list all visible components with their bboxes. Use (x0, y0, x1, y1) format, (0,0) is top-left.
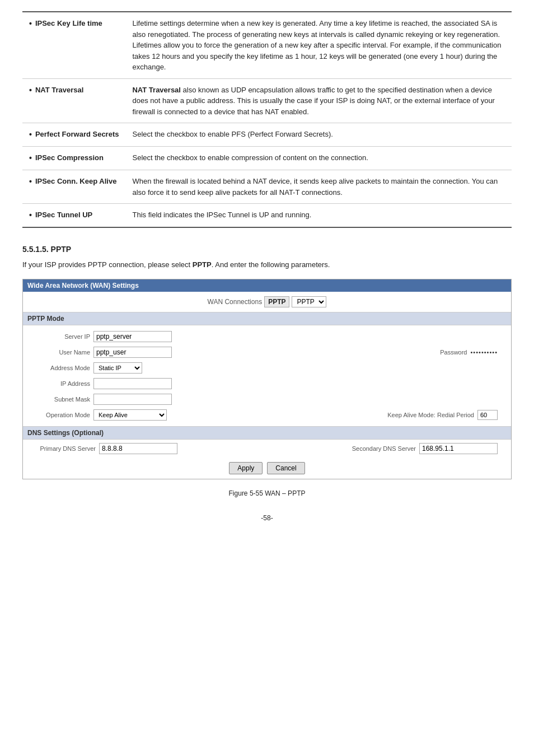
figure-caption: Figure 5-55 WAN – PPTP (22, 489, 512, 497)
username-row: User Name Password •••••••••• (23, 344, 511, 360)
dns-row: Primary DNS Server Secondary DNS Server (23, 440, 511, 458)
table-row: IPSec Conn. Keep Alive When the firewall… (22, 170, 512, 204)
wan-connections-row: WAN Connections PPTP PPTP (23, 292, 511, 312)
section-heading: 5.5.1.5. PPTP (22, 245, 512, 254)
row-content: Select the checkbox to enable compressio… (125, 147, 512, 170)
operation-mode-label: Operation Mode (29, 412, 90, 418)
secondary-dns-group: Secondary DNS Server (349, 443, 505, 454)
table-row: Perfect Forward Secrets Select the check… (22, 123, 512, 147)
server-ip-row: Server IP (23, 329, 511, 344)
row-content: When the firewall is located behind a NA… (125, 170, 512, 204)
button-row: Apply Cancel (23, 458, 511, 479)
bullet-label: NAT Traversal (29, 85, 119, 96)
bullet-label: IPSec Key Life time (29, 18, 119, 30)
ip-address-label: IP Address (29, 380, 90, 387)
pptp-mode-header: PPTP Mode (23, 312, 511, 325)
page-number: -58- (22, 514, 512, 522)
primary-dns-label: Primary DNS Server (29, 445, 96, 452)
row-content: NAT Traversal also known as UDP encapsul… (125, 78, 512, 123)
dns-section-header: DNS Settings (Optional) (23, 427, 511, 440)
row-label: IPSec Conn. Keep Alive (22, 170, 125, 204)
bullet-label: IPSec Conn. Keep Alive (29, 176, 119, 188)
wan-settings-panel: Wide Area Network (WAN) Settings WAN Con… (22, 279, 512, 479)
section-description: If your ISP provides PPTP connection, pl… (22, 259, 512, 271)
table-row: IPSec Compression Select the checkbox to… (22, 147, 512, 170)
row-content: Select the checkbox to enable PFS (Perfe… (125, 123, 512, 147)
password-value: •••••••••• (470, 349, 498, 356)
table-row: IPSec Tunnel UP This field indicates the… (22, 204, 512, 228)
ip-address-row: IP Address (23, 376, 511, 391)
secondary-dns-label: Secondary DNS Server (349, 445, 416, 452)
password-group: Password •••••••••• (405, 349, 505, 356)
wan-connections-value: PPTP (264, 296, 289, 307)
pptp-form-section: Server IP User Name Password •••••••••• … (23, 325, 511, 427)
table-row: NAT Traversal NAT Traversal also known a… (22, 78, 512, 123)
address-mode-label: Address Mode (29, 365, 90, 371)
keep-alive-input[interactable] (477, 410, 498, 420)
bullet-label: IPSec Compression (29, 152, 119, 164)
username-label: User Name (29, 349, 90, 356)
row-label: NAT Traversal (22, 78, 125, 123)
bullet-label: IPSec Tunnel UP (29, 209, 119, 221)
server-ip-input[interactable] (93, 331, 172, 342)
ip-address-input[interactable] (93, 378, 172, 389)
username-input[interactable] (93, 347, 172, 358)
info-table: IPSec Key Life time Lifetime settings de… (22, 11, 512, 228)
subnet-mask-row: Subnet Mask (23, 391, 511, 407)
row-content: Lifetime settings determine when a new k… (125, 12, 512, 78)
server-ip-label: Server IP (29, 333, 90, 340)
row-label: IPSec Key Life time (22, 12, 125, 78)
password-label: Password (405, 349, 467, 356)
cancel-button[interactable]: Cancel (267, 462, 305, 474)
bullet-label: Perfect Forward Secrets (29, 129, 119, 141)
wan-connections-select[interactable]: PPTP (292, 296, 326, 307)
secondary-dns-input[interactable] (419, 443, 498, 454)
subnet-mask-input[interactable] (93, 394, 172, 405)
row-content: This field indicates the IPSec Tunnel is… (125, 204, 512, 228)
operation-mode-select[interactable]: Keep Alive Connect on Demand (93, 409, 167, 421)
keep-alive-label: Keep Alive Mode: Redial Period (387, 412, 474, 418)
apply-button[interactable]: Apply (229, 462, 263, 474)
row-label: IPSec Compression (22, 147, 125, 170)
table-row: IPSec Key Life time Lifetime settings de… (22, 12, 512, 78)
row-label: Perfect Forward Secrets (22, 123, 125, 147)
wan-panel-header: Wide Area Network (WAN) Settings (23, 279, 511, 292)
keep-alive-group: Keep Alive Mode: Redial Period (387, 410, 505, 420)
subnet-mask-label: Subnet Mask (29, 396, 90, 403)
wan-connections-label: WAN Connections (208, 298, 263, 306)
primary-dns-input[interactable] (99, 443, 177, 454)
address-mode-select[interactable]: Static IP Dynamic IP (93, 362, 142, 374)
operation-mode-row: Operation Mode Keep Alive Connect on Dem… (23, 407, 511, 423)
row-label: IPSec Tunnel UP (22, 204, 125, 228)
address-mode-row: Address Mode Static IP Dynamic IP (23, 360, 511, 376)
